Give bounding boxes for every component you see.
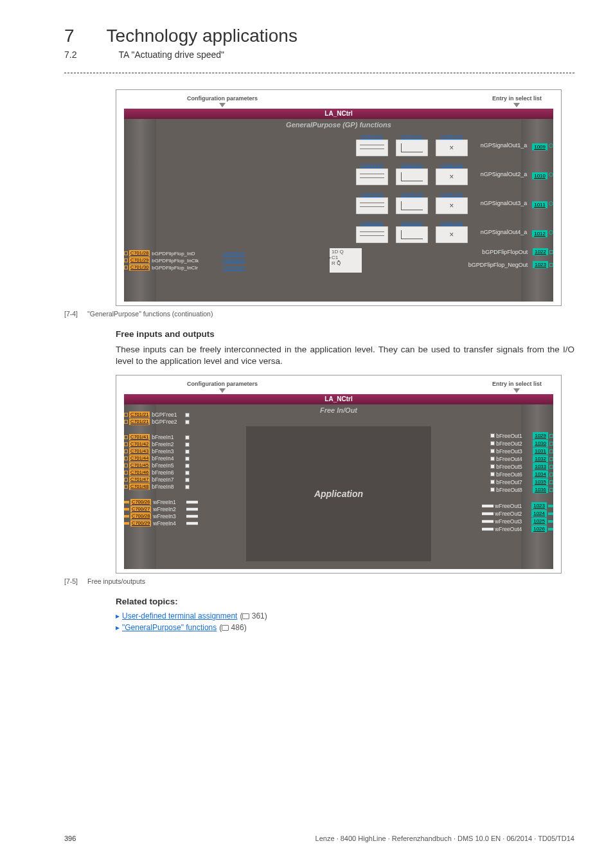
related-link[interactable]: "GeneralPurpose" functions <box>122 623 217 632</box>
out-port[interactable]: 1029 <box>533 432 548 439</box>
arrow-down-icon <box>219 103 226 107</box>
port-square-icon <box>124 522 129 525</box>
signal-out-label: bFreeOut4 <box>496 456 531 462</box>
port-square-icon <box>124 478 128 482</box>
signal-in-label: wFreeIn4 <box>153 520 185 527</box>
logic-chip: × <box>436 168 468 185</box>
numeric-chip <box>356 140 388 156</box>
signal-out-label: wFreeOut3 <box>495 518 530 525</box>
sample-chip <box>396 197 428 214</box>
param-link[interactable]: C00413/2 <box>440 134 463 140</box>
port-square-icon <box>124 413 128 417</box>
param-link[interactable]: C00413/7 <box>400 221 423 226</box>
bool-port-icon <box>490 441 495 446</box>
in-port[interactable]: C701/30 <box>129 264 150 271</box>
entry-select-label: Entry in select list <box>492 95 542 102</box>
param-link[interactable]: C00413/3 <box>400 163 423 168</box>
diagram-subtitle: GeneralPurpose (GP) functions <box>156 119 521 131</box>
param-link[interactable]: C00833/4 <box>222 251 245 257</box>
param-link[interactable]: C00413/5 <box>400 192 423 197</box>
in-port[interactable]: C701/48 <box>129 484 150 490</box>
out-port[interactable]: 1036 <box>533 486 548 493</box>
analog-bar-icon <box>482 512 493 516</box>
signal-out-label: nGPSignalOut2_a <box>481 171 528 177</box>
param-link[interactable]: C00410/2 <box>360 163 383 168</box>
book-icon <box>242 613 249 619</box>
out-port[interactable]: 1009 <box>532 143 547 150</box>
port-square-icon <box>124 457 128 460</box>
entry-select-label: Entry in select list <box>492 381 542 387</box>
param-link[interactable]: C00410/1 <box>360 134 383 140</box>
in-port[interactable]: C701/28 <box>129 250 150 257</box>
bool-port-icon <box>185 442 190 447</box>
bool-port-icon <box>490 464 495 469</box>
free-io-body: These inputs can be freely interconnecte… <box>116 344 574 367</box>
port-square-icon <box>549 250 553 254</box>
out-port[interactable]: 1012 <box>532 230 547 237</box>
port-square-icon <box>124 449 128 453</box>
param-link[interactable]: C00413/1 <box>400 134 423 140</box>
signal-out-label: bFreeOut7 <box>496 479 531 485</box>
out-port[interactable]: 1025 <box>531 518 547 525</box>
param-link[interactable]: C00833/6 <box>222 265 245 271</box>
in-port[interactable]: C700/27 <box>130 506 151 512</box>
param-link[interactable]: C00410/4 <box>360 221 383 226</box>
left-strip <box>124 109 156 302</box>
out-port[interactable]: 1023 <box>533 261 548 268</box>
out-port[interactable]: 1022 <box>533 248 548 255</box>
ff-line1: 1D Q <box>332 249 360 255</box>
port-square-icon <box>124 266 128 269</box>
param-link[interactable]: C00413/8 <box>440 221 463 226</box>
in-port[interactable]: C700/29 <box>130 520 151 527</box>
in-port[interactable]: C701/43 <box>129 448 150 455</box>
in-port[interactable]: C701/45 <box>129 462 150 469</box>
in-port[interactable]: C701/44 <box>129 455 150 462</box>
signal-in-label: bGPDFlipFlop_InClr <box>152 265 222 271</box>
related-heading: Related topics: <box>116 597 574 606</box>
bool-port-icon <box>185 449 190 454</box>
port-square-icon <box>124 485 128 489</box>
out-port[interactable]: 1010 <box>532 172 547 179</box>
param-link[interactable]: C00413/6 <box>440 192 463 197</box>
in-port[interactable]: C701/21 <box>129 419 150 425</box>
out-port[interactable]: 1030 <box>533 440 548 447</box>
figure-caption: Free inputs/outputs <box>87 577 145 585</box>
signal-out-label: bGPDFlipFlop_NegOut <box>468 262 528 268</box>
param-link[interactable]: C00833/5 <box>222 258 245 264</box>
in-port[interactable]: C701/47 <box>129 476 150 483</box>
in-port[interactable]: C701/29 <box>129 257 150 264</box>
page-number: 396 <box>64 835 76 842</box>
out-port[interactable]: 1011 <box>532 201 547 208</box>
analog-bar-icon <box>482 527 493 531</box>
in-port[interactable]: C701/41 <box>129 434 150 440</box>
bool-port-icon <box>490 472 495 476</box>
out-port[interactable]: 1023 <box>531 502 547 509</box>
param-link[interactable]: C00413/4 <box>440 163 463 168</box>
signal-in-label: bFreeIn3 <box>152 448 184 455</box>
config-params-label: Configuration parameters <box>187 95 258 102</box>
related-link[interactable]: User-defined terminal assignment <box>122 611 237 620</box>
in-port[interactable]: C700/28 <box>130 513 151 520</box>
divider <box>64 73 574 73</box>
out-port[interactable]: 1033 <box>533 463 548 470</box>
signal-in-label: bFreeIn2 <box>152 441 184 448</box>
in-port[interactable]: C701/46 <box>129 469 150 476</box>
in-port[interactable]: C701/21 <box>129 411 150 418</box>
figure-tag: [7-4] <box>64 310 78 318</box>
param-link[interactable]: C00410/3 <box>360 192 383 197</box>
bool-port-icon <box>185 464 190 468</box>
out-port[interactable]: 1032 <box>533 455 548 462</box>
in-port[interactable]: C700/26 <box>130 499 151 505</box>
out-port[interactable]: 1031 <box>533 448 548 455</box>
out-port[interactable]: 1026 <box>531 525 547 532</box>
out-port[interactable]: 1024 <box>531 510 547 517</box>
out-port[interactable]: 1034 <box>533 471 548 478</box>
page-ref: ( 361) <box>240 611 267 620</box>
book-icon <box>222 625 229 631</box>
bool-port-icon <box>490 449 495 453</box>
port-circle-icon <box>549 172 553 177</box>
out-port[interactable]: 1035 <box>533 478 548 485</box>
port-square-icon <box>124 251 128 255</box>
in-port[interactable]: C701/42 <box>129 441 150 448</box>
free-io-heading: Free inputs and outputs <box>116 329 574 339</box>
